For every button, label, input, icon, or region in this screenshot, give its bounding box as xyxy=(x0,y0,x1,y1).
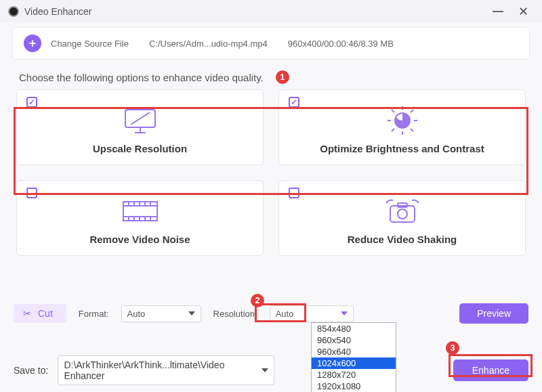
monitor-icon xyxy=(121,105,159,136)
cut-button[interactable]: ✂ Cut xyxy=(14,304,66,323)
filmstrip-icon xyxy=(121,196,160,227)
enhance-label: Enhance xyxy=(472,365,509,376)
window-title: Video Enhancer xyxy=(24,6,91,17)
source-meta: 960x400/00:00:46/8.39 MB xyxy=(288,39,394,49)
resolution-value: Auto xyxy=(276,309,294,319)
format-value: Auto xyxy=(127,309,146,319)
save-path-dropdown[interactable]: D:\ArkThinker\ArkThink...ltimate\Video E… xyxy=(58,355,274,385)
save-row: Save to: D:\ArkThinker\ArkThink...ltimat… xyxy=(14,355,528,385)
save-to-label: Save to: xyxy=(14,365,48,376)
preview-button[interactable]: Preview xyxy=(459,303,528,324)
step-badge-1: 1 xyxy=(276,70,289,84)
format-dropdown[interactable]: Auto xyxy=(121,305,201,322)
source-path: C:/Users/Adm...udio-mp4.mp4 xyxy=(149,39,268,49)
save-path-value: D:\ArkThinker\ArkThink...ltimate\Video E… xyxy=(64,360,256,381)
chevron-down-icon xyxy=(188,311,195,315)
file-bar: + Change Source File C:/Users/Adm...udio… xyxy=(12,27,530,60)
instruction-text: Choose the following options to enhance … xyxy=(19,72,264,83)
checkbox-shaking[interactable] xyxy=(289,188,299,198)
svg-rect-27 xyxy=(390,206,415,222)
card-label: Upscale Resolution xyxy=(93,143,187,154)
svg-line-1 xyxy=(131,112,150,125)
card-upscale[interactable]: Upscale Resolution xyxy=(16,89,264,165)
resolution-option[interactable]: 960x640 xyxy=(312,346,396,357)
enhance-button[interactable]: Enhance xyxy=(453,360,528,381)
chevron-down-icon xyxy=(341,311,348,315)
resolution-options-list[interactable]: 854x480 960x540 960x640 1024x600 1280x72… xyxy=(311,322,396,392)
resolution-option[interactable]: 960x540 xyxy=(312,334,396,346)
step-badge-2: 2 xyxy=(251,294,264,307)
change-source-button[interactable]: Change Source File xyxy=(51,39,129,49)
card-label: Optimize Brightness and Contrast xyxy=(320,143,484,154)
preview-label: Preview xyxy=(477,308,511,319)
resolution-option[interactable]: 1280x720 xyxy=(312,369,396,380)
step-badge-3: 3 xyxy=(446,341,459,355)
close-button[interactable]: ✕ xyxy=(518,5,528,18)
resolution-option[interactable]: 1920x1080 xyxy=(312,380,396,392)
card-label: Reduce Video Shaking xyxy=(348,234,457,245)
resolution-option[interactable]: 1024x600 xyxy=(312,357,396,369)
resolution-label: Resolution: xyxy=(213,309,257,319)
card-brightness[interactable]: Optimize Brightness and Contrast xyxy=(278,89,526,165)
add-file-button[interactable]: + xyxy=(24,35,41,52)
chevron-down-icon xyxy=(262,368,268,372)
svg-line-11 xyxy=(411,129,413,131)
minimize-button[interactable] xyxy=(493,11,503,12)
svg-line-12 xyxy=(392,129,394,131)
format-label: Format: xyxy=(79,309,109,319)
card-label: Remove Video Noise xyxy=(89,234,190,245)
checkbox-brightness[interactable] xyxy=(289,97,299,108)
options-grid: Upscale Resolution Optimize Brightness a… xyxy=(16,89,526,256)
checkbox-noise[interactable] xyxy=(26,188,37,198)
title-bar: Video Enhancer ✕ xyxy=(0,0,542,23)
card-shaking[interactable]: Reduce Video Shaking xyxy=(278,180,526,256)
cut-label: Cut xyxy=(38,308,53,319)
resolution-option[interactable]: 854x480 xyxy=(312,323,396,334)
svg-line-13 xyxy=(411,110,413,112)
controls-row: ✂ Cut Format: Auto Resolution: Auto Prev… xyxy=(14,303,528,324)
svg-point-28 xyxy=(398,209,407,219)
instruction-row: Choose the following options to enhance … xyxy=(0,61,542,89)
brightness-icon xyxy=(383,105,421,136)
card-noise[interactable]: Remove Video Noise xyxy=(16,180,264,256)
window-controls: ✕ xyxy=(493,5,534,18)
resolution-dropdown[interactable]: Auto xyxy=(270,305,354,322)
svg-line-10 xyxy=(392,110,394,112)
app-icon xyxy=(8,6,19,17)
checkbox-upscale[interactable] xyxy=(26,97,37,108)
scissors-icon: ✂ xyxy=(23,308,31,319)
camera-shake-icon xyxy=(382,196,423,227)
